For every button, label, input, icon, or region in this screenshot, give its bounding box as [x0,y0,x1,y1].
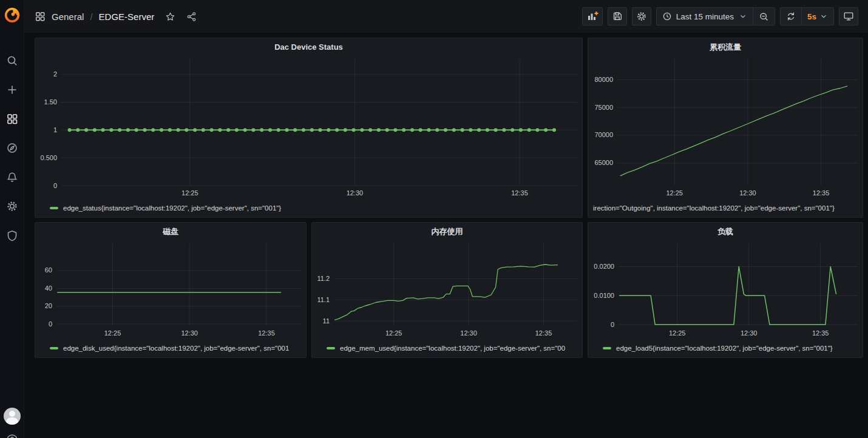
svg-text:60: 60 [45,266,52,274]
legend-swatch [50,207,58,209]
add-panel-icon [586,10,598,22]
time-range-label: Last 15 minutes [676,12,734,21]
panel-memory-usage: 内存使用 1111.111.212:2512:3012:35 edge_mem_… [311,222,583,358]
panel-title[interactable]: 磁盘 [35,223,306,241]
svg-text:12:25: 12:25 [669,329,686,337]
legend-label: edge_mem_used{instance="localhost:19202"… [340,345,565,352]
dashboards-grid-icon [6,113,18,125]
shield-icon [6,229,18,241]
user-avatar[interactable] [4,408,21,425]
sidebar [0,0,24,438]
legend-swatch [50,347,58,349]
compass-icon [6,142,18,154]
panel-load: 负载 00.01000.020012:2512:3012:35 edge_loa… [588,222,863,358]
sidebar-bottom [4,408,21,438]
svg-text:0.0200: 0.0200 [594,263,614,270]
svg-text:12:35: 12:35 [813,189,830,197]
dashboard-settings-button[interactable] [632,7,651,25]
plus-icon [6,84,18,96]
top-navbar: General / EDGE-Server [24,0,868,33]
legend-label: irection="Outgoing", instance="localhost… [593,204,835,212]
svg-text:12:30: 12:30 [347,189,364,197]
svg-text:0: 0 [49,320,52,328]
svg-text:1: 1 [53,126,57,133]
legend-swatch [327,347,335,349]
svg-text:0.0100: 0.0100 [594,292,614,299]
svg-text:40: 40 [45,285,52,292]
sidebar-item-create[interactable] [0,75,24,104]
panel-disk: 磁盘 020406012:2512:3012:35 edge_disk_used… [35,222,307,358]
svg-text:11.1: 11.1 [317,296,330,303]
svg-text:12:25: 12:25 [385,329,402,337]
legend-item[interactable]: edge_mem_used{instance="localhost:19202"… [312,342,582,357]
refresh-button[interactable] [781,8,801,25]
svg-text:12:25: 12:25 [104,329,121,337]
svg-text:2: 2 [53,70,57,78]
zoom-out-button[interactable] [753,8,775,25]
panel-title[interactable]: 内存使用 [312,223,582,241]
legend-item[interactable]: edge_status{instance="localhost:19202", … [35,201,582,217]
breadcrumb: General / EDGE-Server [35,11,197,22]
svg-text:12:25: 12:25 [666,189,683,197]
apps-grid-icon [35,11,46,22]
breadcrumb-folder[interactable]: General [52,12,84,22]
search-icon [6,55,18,67]
grafana-logo-icon[interactable] [3,6,21,24]
sidebar-item-explore[interactable] [0,133,24,163]
time-series-chart[interactable]: 1111.111.212:2512:3012:35 [312,241,582,342]
gear-icon [6,200,18,212]
bell-icon [6,171,18,183]
panel-title[interactable]: Dac Device Status [35,38,582,56]
svg-text:12:30: 12:30 [181,329,198,337]
save-dashboard-button[interactable] [608,7,627,25]
legend-label: edge_load5{instance="localhost:19202", j… [616,345,833,352]
time-series-chart[interactable]: 00.50011.50212:2512:3012:35 [35,56,582,201]
svg-text:70000: 70000 [594,131,613,138]
sidebar-item-alerting[interactable] [0,163,24,192]
sidebar-item-configuration[interactable] [0,192,24,221]
svg-text:12:35: 12:35 [812,329,829,337]
panel-title[interactable]: 累积流量 [588,38,863,56]
time-series-chart[interactable]: 00.01000.020012:2512:3012:35 [588,241,863,342]
sidebar-item-dashboards[interactable] [0,104,24,133]
legend-item[interactable]: irection="Outgoing", instance="localhost… [588,201,863,217]
legend-item[interactable]: edge_load5{instance="localhost:19202", j… [588,342,863,357]
breadcrumb-separator: / [90,12,92,22]
chevron-down-icon [819,12,828,21]
legend-item[interactable]: edge_disk_used{instance="localhost:19202… [35,342,306,357]
star-dashboard-button[interactable] [165,12,175,22]
time-controls: Last 15 minutes [656,7,775,25]
svg-text:12:35: 12:35 [511,189,528,197]
panel-dac-device-status: Dac Device Status 00.50011.50212:2512:30… [35,38,583,218]
time-series-chart[interactable]: 020406012:2512:3012:35 [35,241,306,342]
svg-text:0: 0 [53,182,57,189]
star-icon [165,12,175,22]
dashboard-toolbar: Last 15 minutes 5s [582,7,858,25]
save-icon [612,11,623,22]
panel-title[interactable]: 负载 [588,223,863,241]
share-dashboard-button[interactable] [186,12,197,22]
zoom-out-icon [759,12,769,22]
avatar-body-icon [6,417,18,425]
svg-text:12:35: 12:35 [535,329,552,337]
svg-text:75000: 75000 [594,104,613,111]
time-series-chart[interactable]: 6500070000750008000012:2512:3012:35 [588,56,863,201]
refresh-interval-picker[interactable]: 5s [801,8,833,25]
cycle-view-mode-button[interactable] [839,7,858,25]
legend-label: edge_status{instance="localhost:19202", … [63,204,281,212]
refresh-interval-label: 5s [807,12,816,21]
svg-text:12:30: 12:30 [741,329,758,337]
share-alt-icon [186,12,197,22]
clock-icon [662,12,672,21]
svg-text:11.2: 11.2 [317,275,330,282]
sidebar-item-search[interactable] [0,46,24,75]
monitor-icon [843,11,854,22]
time-range-picker[interactable]: Last 15 minutes [657,8,753,25]
gear-icon [636,11,647,22]
breadcrumb-dashboard-title[interactable]: EDGE-Server [99,12,155,22]
refresh-icon [786,12,796,21]
sidebar-item-server-admin[interactable] [0,221,24,250]
add-panel-button[interactable] [582,7,603,25]
help-circle-icon[interactable] [5,433,19,438]
legend-swatch [603,347,611,349]
